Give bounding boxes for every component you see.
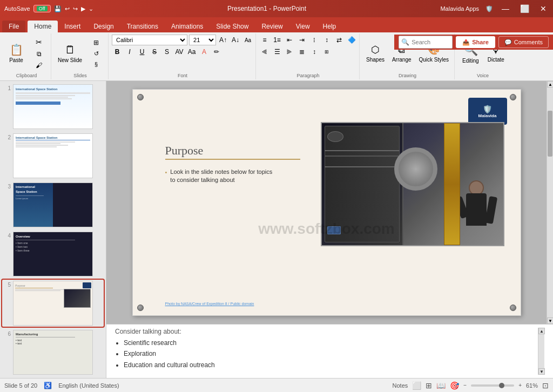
reset-button[interactable]: ↺ [86,49,106,59]
accessibility-icon[interactable]: ♿ [44,382,52,389]
slide-img-2: International Space Station [13,133,93,178]
shadow-button[interactable]: S [161,46,172,57]
font-color-button[interactable]: A [199,46,210,57]
align-right-button[interactable]: ⫸ [284,46,295,57]
spacing-button[interactable]: AV [174,46,185,57]
bold-button[interactable]: B [112,46,123,57]
share-button[interactable]: 📤 Share [456,36,495,48]
cut-button[interactable]: ✂ [29,36,49,48]
slide-thumb-5[interactable]: 5 Purpose [2,280,104,327]
font-size-select[interactable]: 21 [189,35,216,45]
comments-button[interactable]: 💬 Comments [498,36,549,48]
zoom-thumb[interactable] [499,383,504,388]
font-decrease-button[interactable]: A↓ [230,35,241,45]
scroll-thumb[interactable] [548,111,552,157]
tab-animations[interactable]: Animations [165,21,210,32]
clear-format-button[interactable]: Aa [242,35,253,45]
notes-button[interactable]: Notes [393,382,408,389]
slide-thumb-3[interactable]: 3 International Space Station Lorem ipsu… [2,181,104,228]
slide-num-6: 6 [3,330,11,337]
font-increase-button[interactable]: A↑ [218,35,228,45]
scroll-up-button[interactable]: ▲ [547,81,553,87]
slide-canvas[interactable]: 🛡️ Malavida Purpose • Look in the slide … [132,89,521,316]
presenter-view-icon[interactable]: 🎯 [450,381,459,390]
copy-button[interactable]: ⧉ [29,49,49,59]
tab-view[interactable]: View [289,21,316,32]
section-button[interactable]: § [86,59,106,69]
slide-thumb-6[interactable]: 6 Manufacturing • text • text [2,329,104,376]
more-options-icon[interactable]: ⌄ [89,5,93,12]
scroll-down-button[interactable]: ▼ [547,317,553,324]
format-painter-button[interactable]: 🖌 [29,60,49,71]
screw-br [510,305,516,311]
slide-img-3: International Space Station Lorem ipsum [13,183,93,227]
align-left-button[interactable]: ⫷ [259,46,270,57]
bullets-button[interactable]: ≡ [259,35,270,45]
direction-button[interactable]: ↕ [321,35,332,45]
font-family-select[interactable]: Calibri [112,35,187,45]
outline-view-icon[interactable]: ⊞ [426,381,432,390]
underline-button[interactable]: U [137,46,147,57]
para-dialog-button[interactable]: ⊞ [321,46,332,57]
voice-label: Voice [477,72,489,78]
shapes-button[interactable]: ⬡ Shapes [363,42,388,64]
tab-review[interactable]: Review [255,21,289,32]
minimize-button[interactable]: — [500,4,511,13]
layout-button[interactable]: ⊞ [86,37,106,48]
slide-thumb-1[interactable]: 1 International Space Station [2,83,104,130]
highlight-button[interactable]: ✏ [211,46,222,57]
smartart-button[interactable]: 🔷 [346,35,357,45]
language[interactable]: English (United States) [58,382,119,389]
search-input[interactable] [412,39,449,45]
font-row1: Calibri 21 A↑ A↓ Aa [112,35,253,45]
reading-view-icon[interactable]: 📖 [436,381,446,390]
notes-scroll-up[interactable]: ▲ [538,328,545,334]
paste-button[interactable]: 📋 Paste [4,42,28,65]
titlebar-right: Malavida Apps 🛡️ — ⬜ ✕ [440,4,549,13]
strikethrough-button[interactable]: S [149,46,160,57]
tab-transitions[interactable]: Transitions [120,21,165,32]
notes-scroll-down[interactable]: ▼ [538,368,545,375]
zoom-level[interactable]: 61% [526,382,538,389]
convert-button[interactable]: ⇄ [334,35,345,45]
tab-file[interactable]: File [2,21,25,32]
increase-indent-button[interactable]: ⇥ [296,35,307,45]
fit-to-window-icon[interactable]: ⊡ [542,381,549,390]
save-icon[interactable]: 💾 [54,5,62,12]
line-spacing-button[interactable]: ↕ [309,46,320,57]
redo-icon[interactable]: ↪ [73,5,78,12]
normal-view-icon[interactable]: ⬜ [412,381,421,390]
zoom-slider[interactable] [471,384,514,387]
new-slide-button[interactable]: 🗒 New Slide [55,42,85,65]
slide-bullet[interactable]: • Look in the slide notes below for topi… [165,168,300,185]
notes-scrollbar[interactable]: ▲ ▼ [538,328,544,375]
slide-thumb-2[interactable]: 2 International Space Station [2,132,104,179]
slide-thumb-4[interactable]: 4 Overview • Item one • Item two • Item … [2,231,104,278]
zoom-in-icon[interactable]: + [518,382,522,388]
scrollbar-vertical[interactable]: ▲ ▼ [547,81,553,324]
close-button[interactable]: ✕ [538,4,549,13]
align-center-button[interactable]: ☰ [272,46,282,57]
autosave-badge[interactable]: Off [33,5,51,12]
columns-button[interactable]: ⫶ [309,35,320,45]
slide-num-5: 5 [3,281,11,288]
restore-button[interactable]: ⬜ [518,4,531,13]
tab-insert[interactable]: Insert [58,21,87,32]
tab-home[interactable]: Home [28,21,58,32]
undo-icon[interactable]: ↩ [65,5,70,12]
zoom-out-icon[interactable]: − [463,382,467,388]
ribbon-tabs: File Home Insert Design Transitions Anim… [0,17,553,32]
decrease-indent-button[interactable]: ⇤ [284,35,295,45]
italic-button[interactable]: I [124,46,135,57]
tab-design[interactable]: Design [87,21,120,32]
tab-slideshow[interactable]: Slide Show [210,21,255,32]
slide-title[interactable]: Purpose [165,144,204,158]
autosave-status: Off [37,6,48,11]
case-button[interactable]: Aa [186,46,197,57]
tab-help[interactable]: Help [316,21,343,32]
slide-img-5: Purpose [13,281,93,326]
justify-button[interactable]: ≣ [296,46,307,57]
present-icon[interactable]: ▶ [81,5,85,12]
numbering-button[interactable]: 1≡ [272,35,282,45]
search-box[interactable]: 🔍 [399,36,453,49]
